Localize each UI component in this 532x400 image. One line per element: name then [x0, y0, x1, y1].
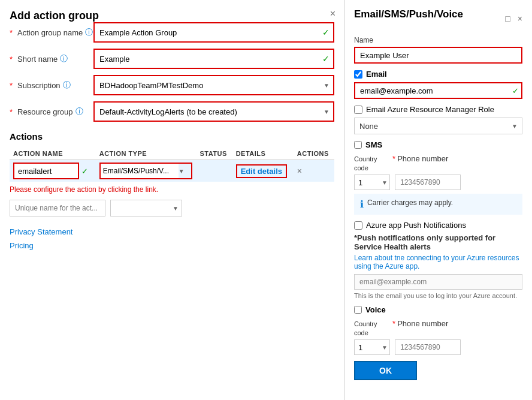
left-panel: Add action group × * Action group name ⓘ… [0, 0, 344, 400]
action-group-name-row: * Action group name ⓘ ✓ [10, 22, 334, 43]
actions-section: Actions ACTION NAME ACTION TYPE STATUS D… [10, 131, 334, 216]
sms-phone-row: 1 ▼ [354, 175, 522, 190]
action-name-input[interactable] [13, 163, 79, 179]
new-action-row: ▼ [10, 200, 334, 216]
maximize-button[interactable]: □ [505, 14, 510, 23]
action-type-select-wrapper: Email/SMS/Push/V... ▼ [99, 163, 193, 179]
action-group-name-input-wrapper: ✓ [93, 22, 334, 43]
voice-phone-input[interactable] [395, 339, 461, 355]
voice-row: Voice [354, 305, 522, 314]
right-panel-title: Email/SMS/Push/Voice [354, 8, 463, 20]
email-checkbox[interactable] [354, 70, 362, 79]
col-action-type: ACTION TYPE [96, 148, 197, 160]
none-select-wrapper: None ▼ [354, 118, 522, 134]
action-group-name-checkmark: ✓ [322, 28, 330, 37]
action-group-name-label: * Action group name ⓘ [10, 27, 93, 38]
action-type-select[interactable]: Email/SMS/Push/V... [101, 164, 179, 178]
pricing-link[interactable]: Pricing [10, 241, 334, 250]
name-input-wrapper [354, 47, 522, 64]
subscription-label: * Subscription ⓘ [10, 80, 93, 91]
resource-group-label: * Resource group ⓘ [10, 106, 93, 117]
short-name-row: * Short name ⓘ ✓ [10, 49, 334, 69]
new-type-select[interactable] [110, 200, 182, 216]
email-checkmark: ✓ [512, 86, 519, 95]
action-name-cell: ✓ [10, 160, 96, 182]
action-group-name-input[interactable] [95, 23, 333, 41]
panel-title: Add action group [10, 10, 99, 22]
carrier-info-box: ℹ Carrier charges may apply. [354, 194, 522, 215]
privacy-statement-link[interactable]: Privacy Statement [10, 227, 334, 236]
subscription-row: * Subscription ⓘ BDHadoopTeamPMTestDemo … [10, 75, 334, 95]
action-group-name-info-icon[interactable]: ⓘ [85, 27, 93, 38]
short-name-checkmark: ✓ [322, 54, 330, 64]
sms-country-select-wrapper: 1 ▼ [354, 175, 390, 190]
close-button[interactable]: × [330, 8, 335, 19]
col-status: STATUS [196, 148, 232, 160]
edit-details-link[interactable]: Edit details [236, 164, 287, 178]
sms-country-code-label: Country code [354, 155, 377, 172]
carrier-note: Carrier charges may apply. [367, 199, 453, 207]
voice-label: Voice [365, 305, 386, 314]
action-status-cell [196, 160, 232, 182]
short-name-input[interactable] [95, 50, 333, 68]
right-panel: Email/SMS/Push/Voice □ × Name Email ✓ Em… [344, 0, 532, 400]
name-label: Name [354, 36, 522, 44]
push-checkbox-row: Azure app Push Notifications [354, 221, 522, 230]
action-type-cell: Email/SMS/Push/V... ▼ [96, 160, 197, 182]
info-circle-icon: ℹ [360, 199, 364, 210]
col-action-name: ACTION NAME [10, 148, 96, 160]
short-name-info-icon[interactable]: ⓘ [60, 53, 68, 64]
short-name-input-wrapper: ✓ [93, 49, 334, 69]
resource-group-select-wrapper: Default-ActivityLogAlerts (to be created… [93, 101, 334, 122]
voice-country-select[interactable]: 1 [354, 339, 390, 355]
voice-checkbox[interactable] [354, 306, 362, 314]
voice-country-select-wrapper: 1 ▼ [354, 339, 390, 355]
email-input[interactable] [354, 82, 522, 99]
col-details: DETAILS [232, 148, 294, 160]
push-email-note: This is the email you use to log into yo… [354, 292, 522, 299]
push-email-input[interactable] [354, 274, 522, 290]
delete-action-button[interactable]: × [297, 166, 302, 176]
right-close-button[interactable]: × [518, 14, 522, 23]
action-name-checkmark: ✓ [81, 167, 88, 176]
sms-checkbox[interactable] [354, 141, 362, 149]
email-checkbox-row: Email [354, 70, 522, 79]
actions-table: ACTION NAME ACTION TYPE STATUS DETAILS A… [10, 148, 334, 182]
voice-labels-row: Country code * Phone number [354, 319, 522, 337]
push-checkbox[interactable] [354, 221, 362, 230]
push-label: Azure app Push Notifications [366, 221, 466, 230]
name-input[interactable] [354, 47, 522, 64]
subscription-select[interactable]: BDHadoopTeamPMTestDemo [95, 76, 333, 94]
table-row: ✓ Email/SMS/Push/V... ▼ [10, 160, 334, 182]
ok-button[interactable]: OK [354, 361, 417, 380]
push-link[interactable]: Learn about tne connecting to your Azure… [354, 254, 522, 270]
email-azure-checkbox-row: Email Azure Resource Manager Role [354, 105, 522, 114]
action-delete-cell: × [294, 160, 334, 182]
sms-label: SMS [365, 140, 382, 149]
voice-phone-label: * Phone number [392, 320, 448, 327]
col-actions: ACTIONS [294, 148, 334, 160]
sms-labels-row: Country code * Phone number [354, 154, 522, 172]
email-input-wrapper: ✓ [354, 82, 522, 99]
action-details-cell: Edit details [232, 160, 294, 182]
error-message: Please configure the action by clicking … [10, 185, 334, 194]
resource-group-select[interactable]: Default-ActivityLogAlerts (to be created… [95, 103, 333, 121]
push-note: *Push notifications only supported for S… [354, 233, 522, 251]
subscription-select-wrapper: BDHadoopTeamPMTestDemo ▼ [93, 75, 334, 95]
new-type-wrapper: ▼ [110, 200, 182, 216]
actions-title: Actions [10, 131, 334, 142]
none-select[interactable]: None [354, 118, 522, 134]
email-azure-label: Email Azure Resource Manager Role [366, 105, 494, 114]
new-action-name-input[interactable] [10, 200, 105, 216]
action-type-dropdown-arrow: ▼ [179, 168, 187, 175]
email-label: Email [366, 70, 387, 79]
sms-row: SMS [354, 140, 522, 149]
sms-phone-input[interactable] [395, 175, 461, 190]
voice-country-code-label: Country code [354, 320, 377, 336]
email-azure-checkbox[interactable] [354, 106, 362, 114]
resource-group-info-icon[interactable]: ⓘ [75, 106, 83, 117]
short-name-label: * Short name ⓘ [10, 53, 93, 64]
sms-country-select[interactable]: 1 [354, 175, 390, 190]
subscription-info-icon[interactable]: ⓘ [63, 80, 71, 91]
sms-phone-label-text: Phone number [397, 154, 448, 163]
